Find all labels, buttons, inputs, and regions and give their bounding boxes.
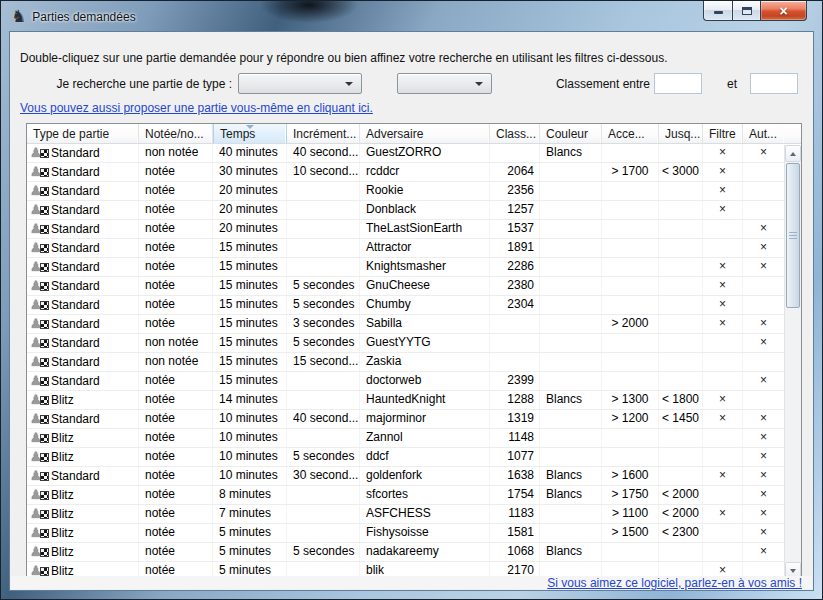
- cell-opponent: Zaskia: [360, 353, 490, 371]
- cell-time: 15 minutes: [213, 315, 287, 333]
- table-row[interactable]: ♟ Blitz notée 5 minutes 5 secondes nadak…: [27, 543, 801, 562]
- column-header-opponent[interactable]: Adversaire: [360, 124, 490, 143]
- chess-pawn-board-icon: ♟: [30, 335, 49, 351]
- table-row[interactable]: ♟ Standard notée 15 minutes 3 secondes S…: [27, 315, 801, 334]
- cell-color: [540, 505, 602, 523]
- cell-time: 8 minutes: [213, 486, 287, 504]
- cell-up-to: [659, 467, 703, 485]
- table-row[interactable]: ♟ Blitz notée 7 minutes ASFCHESS 1183 > …: [27, 505, 801, 524]
- cell-time: 10 minutes: [213, 467, 287, 485]
- table-row[interactable]: ♟ Blitz notée 10 minutes Zannol 1148 ×: [27, 429, 801, 448]
- cell-rating: 1638: [490, 467, 540, 485]
- cell-accept-above: [602, 372, 659, 390]
- cell-up-to: [659, 429, 703, 447]
- triangle-up-icon: [790, 152, 796, 156]
- dialog-window: ♞ Parties demandées × Double-cliquez sur…: [0, 0, 823, 600]
- cell-rated: notée: [139, 277, 213, 295]
- table-row[interactable]: ♟ Standard non notée 15 minutes 5 second…: [27, 334, 801, 353]
- table-row[interactable]: ♟ Standard non notée 40 minutes 40 secon…: [27, 144, 801, 163]
- table-row[interactable]: ♟ Standard notée 30 minutes 10 second...…: [27, 163, 801, 182]
- cell-up-to: [659, 258, 703, 276]
- cell-rated: notée: [139, 239, 213, 257]
- table-row[interactable]: ♟ Blitz notée 10 minutes 5 secondes ddcf…: [27, 448, 801, 467]
- cell-auto-mark: ×: [743, 410, 784, 428]
- table-row[interactable]: ♟ Standard notée 15 minutes 5 secondes G…: [27, 277, 801, 296]
- cell-rated: notée: [139, 543, 213, 561]
- column-header-time[interactable]: Temps: [213, 124, 287, 143]
- chess-pawn-board-icon: ♟: [30, 525, 49, 541]
- minimize-button[interactable]: [703, 1, 733, 21]
- scrollbar-thumb[interactable]: [786, 163, 800, 308]
- title-bar[interactable]: ♞ Parties demandées: [2, 2, 821, 31]
- cell-increment: [287, 486, 360, 504]
- maximize-button[interactable]: [732, 1, 761, 21]
- chess-pawn-board-icon: ♟: [30, 316, 49, 332]
- table-row[interactable]: ♟ Standard notée 10 minutes 40 second...…: [27, 410, 801, 429]
- cell-game-type: ♟ Blitz: [27, 429, 139, 447]
- tell-your-friends-link[interactable]: Si vous aimez ce logiciel, parlez-en à v…: [547, 576, 802, 590]
- cell-increment: 5 secondes: [287, 334, 360, 352]
- column-header-up-to[interactable]: Jusq...: [659, 124, 703, 143]
- cell-game-type: ♟ Standard: [27, 220, 139, 238]
- column-header-accept-above[interactable]: Acce...: [602, 124, 659, 143]
- cell-rating: [490, 334, 540, 352]
- cell-filter-mark: [703, 220, 743, 238]
- rating-max-input[interactable]: [750, 73, 798, 94]
- column-header-rated[interactable]: Notée/no...: [139, 124, 213, 143]
- cell-up-to: [659, 353, 703, 371]
- cell-auto-mark: ×: [743, 543, 784, 561]
- cell-opponent: GuestYYTG: [360, 334, 490, 352]
- cell-opponent: Chumby: [360, 296, 490, 314]
- cell-increment: 5 secondes: [287, 296, 360, 314]
- column-header-auto[interactable]: Aut...: [743, 124, 784, 143]
- cell-opponent: GuestZORRO: [360, 144, 490, 162]
- cell-auto-mark: ×: [743, 372, 784, 390]
- table-row[interactable]: ♟ Standard notée 20 minutes Donblack 125…: [27, 201, 801, 220]
- cell-time: 20 minutes: [213, 201, 287, 219]
- table-row[interactable]: ♟ Blitz notée 5 minutes Fishysoisse 1581…: [27, 524, 801, 543]
- column-header-color[interactable]: Couleur: [540, 124, 602, 143]
- propose-game-link[interactable]: Vous pouvez aussi proposer une partie vo…: [20, 101, 373, 115]
- scrollbar-track[interactable]: [785, 162, 801, 562]
- vertical-scrollbar[interactable]: [784, 145, 801, 579]
- cell-rated: notée: [139, 429, 213, 447]
- cell-opponent: rcddcr: [360, 163, 490, 181]
- table-row[interactable]: ♟ Standard notée 10 minutes 30 second...…: [27, 467, 801, 486]
- cell-color: [540, 429, 602, 447]
- column-header-increment[interactable]: Incrément...: [287, 124, 360, 143]
- column-header-game-type[interactable]: Type de partie: [27, 124, 139, 143]
- cell-accept-above: > 1500: [602, 524, 659, 542]
- cell-accept-above: [602, 334, 659, 352]
- chess-pawn-board-icon: ♟: [30, 259, 49, 275]
- cell-rating: 1148: [490, 429, 540, 447]
- table-row[interactable]: ♟ Blitz notée 8 minutes sfcortes 1754 Bl…: [27, 486, 801, 505]
- rating-min-input[interactable]: [654, 73, 702, 94]
- table-row[interactable]: ♟ Standard non notée 15 minutes 15 secon…: [27, 353, 801, 372]
- caption-buttons: ×: [704, 1, 807, 21]
- table-row[interactable]: ♟ Standard notée 15 minutes doctorweb 23…: [27, 372, 801, 391]
- table-row[interactable]: ♟ Standard notée 15 minutes Knightsmashe…: [27, 258, 801, 277]
- cell-rated: notée: [139, 505, 213, 523]
- table-row[interactable]: ♟ Blitz notée 14 minutes HauntedKnight 1…: [27, 391, 801, 410]
- table-row[interactable]: ♟ Standard notée 20 minutes TheLastSionE…: [27, 220, 801, 239]
- cell-time: 20 minutes: [213, 220, 287, 238]
- cell-rating: 2380: [490, 277, 540, 295]
- table-row[interactable]: ♟ Standard notée 20 minutes Rookie 2356 …: [27, 182, 801, 201]
- scroll-up-button[interactable]: [785, 145, 801, 162]
- cell-color: [540, 277, 602, 295]
- time-category-combobox[interactable]: [397, 73, 492, 94]
- column-header-filter[interactable]: Filtre: [703, 124, 743, 143]
- table-row[interactable]: ♟ Standard notée 15 minutes Attractor 18…: [27, 239, 801, 258]
- cell-rating: 2399: [490, 372, 540, 390]
- game-type-combobox[interactable]: [238, 73, 362, 94]
- cell-accept-above: [602, 448, 659, 466]
- cell-auto-mark: [743, 201, 784, 219]
- cell-game-type: ♟ Standard: [27, 239, 139, 257]
- column-header-rating[interactable]: Class...: [490, 124, 540, 143]
- close-button[interactable]: ×: [760, 1, 807, 21]
- cell-game-type: ♟ Blitz: [27, 448, 139, 466]
- cell-increment: [287, 220, 360, 238]
- cell-up-to: [659, 543, 703, 561]
- cell-auto-mark: ×: [743, 467, 784, 485]
- table-row[interactable]: ♟ Standard notée 15 minutes 5 secondes C…: [27, 296, 801, 315]
